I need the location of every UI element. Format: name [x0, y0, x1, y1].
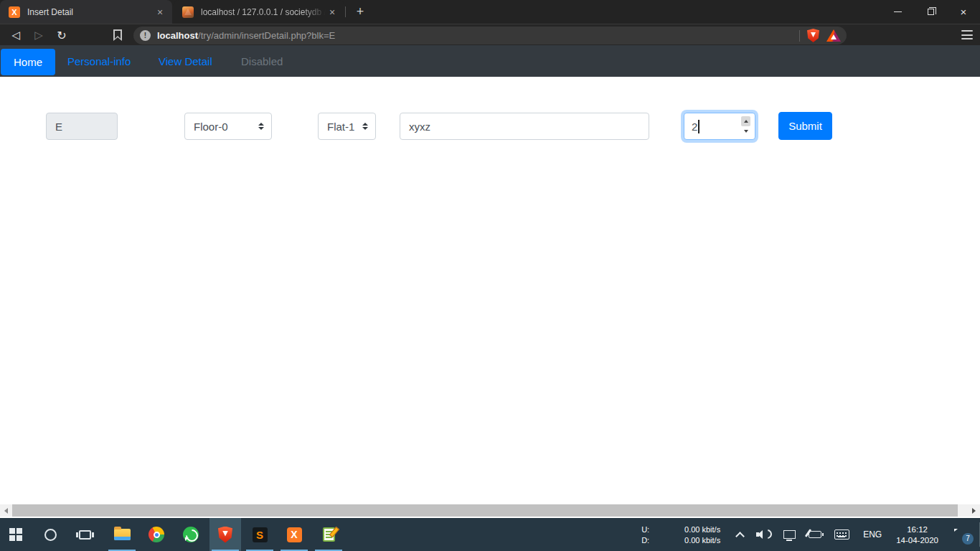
tab-separator: [345, 6, 346, 17]
upload-value: 0.00 kbit/s: [684, 525, 720, 534]
whatsapp-button[interactable]: [175, 518, 207, 551]
windows-taskbar: S X U:0.00 kbit/s D:0.00 kbit/s ENG 16:1…: [0, 518, 980, 551]
keyboard-icon: [834, 529, 849, 540]
horizontal-scrollbar[interactable]: [0, 504, 980, 517]
browser-toolbar: ◁ ▷ ↻ ! localhost/try/admin/insertDetail…: [0, 24, 980, 45]
url-host: localhost: [157, 30, 198, 41]
minimize-button[interactable]: [881, 0, 914, 24]
floor-selected-value: Floor-0: [194, 121, 228, 133]
time-text: 16:12: [907, 525, 928, 534]
system-tray: U:0.00 kbit/s D:0.00 kbit/s ENG 16:12 14…: [641, 518, 980, 551]
block-input: E: [46, 113, 118, 140]
submit-button[interactable]: Submit: [778, 112, 832, 140]
file-explorer-icon: [114, 529, 131, 540]
forward-button[interactable]: ▷: [29, 24, 49, 46]
chrome-button[interactable]: [141, 518, 172, 551]
scrollbar-thumb[interactable]: [12, 504, 958, 517]
chevron-up-icon: [735, 532, 745, 541]
clock[interactable]: 16:12 14-04-2020: [896, 525, 938, 545]
sublime-icon: S: [253, 527, 268, 542]
action-center-button[interactable]: 7: [953, 529, 969, 541]
text-cursor: [698, 120, 699, 133]
nav-item-personal-info[interactable]: Personal-info: [67, 45, 131, 77]
speaker-icon: [756, 529, 771, 540]
members-number-input[interactable]: 2: [684, 113, 755, 140]
start-button[interactable]: [0, 518, 32, 551]
whatsapp-icon: [183, 527, 199, 542]
url-path: /try/admin/insertDetail.php?blk=E: [198, 30, 335, 41]
screen: X Insert Detail × localhost / 127.0.0.1 …: [0, 0, 980, 551]
language-indicator[interactable]: ENG: [863, 529, 882, 540]
scroll-right-arrow[interactable]: [968, 504, 980, 517]
members-value: 2: [692, 121, 697, 133]
window-controls: ×: [881, 0, 980, 24]
flat-select[interactable]: Flat-1: [318, 113, 376, 140]
notepadpp-button[interactable]: [313, 518, 344, 551]
brave-shield-icon[interactable]: [807, 29, 819, 42]
name-input[interactable]: xyxz: [400, 113, 649, 140]
upload-label: U:: [641, 525, 649, 534]
restore-button[interactable]: [914, 0, 947, 24]
tab-insert-detail[interactable]: X Insert Detail ×: [0, 0, 172, 24]
close-tab-icon[interactable]: ×: [326, 6, 339, 19]
close-tab-icon[interactable]: ×: [154, 6, 166, 19]
brave-icon: [218, 527, 232, 543]
name-value: xyxz: [409, 121, 430, 133]
task-view-button[interactable]: [69, 518, 100, 551]
windows-logo-icon: [9, 528, 22, 541]
spin-up-button[interactable]: [741, 116, 750, 126]
tab-title: localhost / 127.0.0.1 / societydb / b: [201, 7, 326, 17]
nav-item-home[interactable]: Home: [1, 49, 55, 75]
brave-rewards-icon[interactable]: [826, 29, 841, 42]
reload-button[interactable]: ↻: [52, 24, 72, 46]
notification-badge: 7: [962, 533, 974, 545]
tab-phpmyadmin[interactable]: localhost / 127.0.0.1 / societydb / b ×: [174, 0, 344, 24]
xampp-favicon: X: [9, 6, 20, 18]
nav-item-view-detail[interactable]: View Detail: [159, 45, 212, 77]
floor-select[interactable]: Floor-0: [184, 113, 272, 140]
notepadpp-icon: [323, 527, 335, 542]
select-arrows-icon: [362, 123, 368, 130]
bookmark-icon[interactable]: [113, 29, 122, 41]
url-text[interactable]: localhost/try/admin/insertDetail.php?blk…: [157, 30, 799, 41]
net-speed-monitor[interactable]: U:0.00 kbit/s D:0.00 kbit/s: [641, 525, 720, 545]
site-info-icon[interactable]: !: [140, 30, 151, 41]
flat-selected-value: Flat-1: [327, 121, 354, 133]
task-view-icon: [79, 530, 91, 540]
new-tab-button[interactable]: +: [352, 4, 369, 21]
tab-title: Insert Detail: [27, 7, 154, 17]
touch-keyboard-button[interactable]: [834, 529, 849, 540]
network-icon: [783, 530, 796, 539]
xampp-button[interactable]: X: [278, 518, 310, 551]
close-window-button[interactable]: ×: [947, 0, 980, 24]
file-explorer-button[interactable]: [106, 518, 138, 551]
scroll-left-arrow[interactable]: [0, 504, 12, 517]
select-arrows-icon: [258, 123, 264, 130]
divider: [799, 30, 800, 42]
menu-icon[interactable]: [961, 30, 973, 39]
battery-icon: [809, 531, 821, 538]
cortana-button[interactable]: [34, 518, 66, 551]
nav-item-disabled: Disabled: [241, 45, 283, 77]
power-button[interactable]: [809, 531, 821, 538]
cortana-icon: [44, 529, 57, 541]
download-label: D:: [641, 536, 649, 545]
tray-expand-button[interactable]: [737, 530, 743, 540]
back-button[interactable]: ◁: [6, 24, 26, 46]
restore-icon: [928, 9, 934, 15]
phpmyadmin-favicon: [182, 6, 194, 18]
chrome-icon: [149, 527, 164, 542]
page-content: E Floor-0 Flat-1 xyxz 2 Submit: [0, 77, 980, 504]
address-bar[interactable]: ! localhost/try/admin/insertDetail.php?b…: [133, 27, 847, 44]
network-button[interactable]: [783, 530, 796, 539]
date-text: 14-04-2020: [896, 536, 938, 545]
download-value: 0.00 kbit/s: [684, 536, 720, 545]
minimize-icon: [894, 11, 902, 13]
volume-button[interactable]: [756, 529, 771, 540]
browser-tabstrip: X Insert Detail × localhost / 127.0.0.1 …: [0, 0, 980, 24]
spin-down-button[interactable]: [741, 126, 750, 136]
site-navbar: Home Personal-info View Detail Disabled: [0, 45, 980, 77]
brave-button[interactable]: [209, 518, 241, 551]
sublime-button[interactable]: S: [244, 518, 275, 551]
number-spinner: [741, 116, 750, 136]
